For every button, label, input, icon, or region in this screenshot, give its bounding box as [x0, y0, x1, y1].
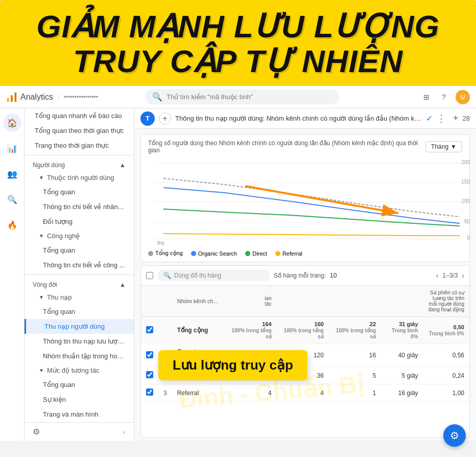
- grid-icon[interactable]: ⊞: [421, 92, 432, 103]
- avatar[interactable]: U: [456, 90, 470, 104]
- callout-box: Lưu lượng truy cập: [158, 350, 307, 380]
- nav-search-icon[interactable]: 🔍: [3, 190, 21, 209]
- left-panel: 🏠 📊 👥 🔍 🔥 Tổng quan nhanh về báo cáo Tổn…: [0, 108, 134, 441]
- legend-referral: Referral: [275, 250, 302, 257]
- row2-col5: 0,24: [423, 367, 469, 384]
- sidebar-user-attributes[interactable]: ▼ Thuộc tính người dùng: [25, 171, 134, 185]
- legend-direct: Direct: [245, 250, 267, 257]
- sidebar-eng-overview[interactable]: Tổng quan: [25, 377, 134, 392]
- search-bar[interactable]: 🔍: [145, 89, 339, 104]
- svg-text:150: 150: [461, 179, 470, 185]
- sidebar-nav-icons: 🏠 📊 👥 🔍 🔥: [0, 108, 25, 441]
- tab-new-icon[interactable]: +: [453, 113, 459, 124]
- settings-icon[interactable]: ⚙: [33, 427, 40, 437]
- tab-add-button[interactable]: +: [159, 112, 171, 125]
- chart-period-button[interactable]: Tháng ▼: [425, 141, 462, 152]
- svg-text:thg: thg: [157, 240, 164, 245]
- search-input[interactable]: [166, 93, 332, 101]
- sidebar-tech-details[interactable]: Thông tin chi tiết về công ...: [25, 258, 134, 272]
- analytics-logo: Analytics: [6, 92, 53, 103]
- row3-col1: 4: [225, 384, 277, 402]
- tab-circle: T: [140, 111, 155, 126]
- help-icon[interactable]: ?: [438, 92, 449, 103]
- sidebar-collapse-icon[interactable]: ‹: [123, 428, 126, 436]
- sidebar-section-users[interactable]: Người dùng ▲: [25, 157, 134, 171]
- row1-col5: 0,56: [423, 344, 469, 367]
- analytics-logo-icon: [6, 92, 17, 103]
- sidebar-acq-users[interactable]: Thu nạp người dùng: [25, 319, 134, 334]
- row2-checkbox[interactable]: [146, 371, 153, 378]
- table-pagination: ‹ 1–3/3 ›: [436, 271, 464, 280]
- tab-count: 28: [463, 115, 470, 122]
- data-table: Nhóm kênh ch... iantác Số phiên có sựtươ…: [141, 286, 469, 402]
- col-channel-header: Nhóm kênh ch...: [172, 286, 225, 317]
- main-layout: 🏠 📊 👥 🔍 🔥 Tổng quan nhanh về báo cáo Tổn…: [0, 108, 476, 441]
- banner: GIẢM MẠNH LƯU LƯỢNG TRUY CẬP TỰ NHIÊN: [0, 0, 476, 86]
- prev-page-button[interactable]: ‹: [436, 271, 439, 280]
- row1-checkbox[interactable]: [146, 351, 153, 358]
- sidebar-acq-groups[interactable]: Nhóm thuần tập trong hoạt...: [25, 349, 134, 363]
- sidebar-engagement[interactable]: ▼ Mức độ tương tác: [25, 363, 134, 377]
- fab-button[interactable]: ⚙: [443, 424, 466, 447]
- sidebar-acq-overview[interactable]: Tổng quan: [25, 304, 134, 319]
- sidebar-footer: ⚙ ‹: [25, 422, 134, 441]
- chart-svg: 200 150 100 50 0 thg: [148, 158, 475, 245]
- sidebar-eng-pages[interactable]: Trang và màn hình: [25, 407, 134, 422]
- sidebar-item-realtime-overview[interactable]: Tổng quan theo thời gian thực: [25, 123, 134, 138]
- sidebar-tech-overview[interactable]: Tổng quan: [25, 243, 134, 258]
- row1-col3: 16: [329, 344, 381, 367]
- sidebar-attr-details[interactable]: Thông tin chi tiết về nhân k...: [25, 199, 134, 214]
- table-select-all[interactable]: [146, 272, 153, 279]
- svg-text:50: 50: [464, 219, 470, 224]
- sidebar-tech[interactable]: ▼ Công nghệ: [25, 229, 134, 243]
- nav-chart-icon[interactable]: 📊: [3, 139, 21, 157]
- row-total-col1: 164100% trong tổng số: [225, 317, 277, 344]
- sidebar-acquisition[interactable]: ▼ Thu nạp: [25, 290, 134, 304]
- chart-panel: Tổng số người dùng theo Nhóm kênh chính …: [140, 134, 470, 262]
- nav-people-icon[interactable]: 👥: [3, 165, 21, 183]
- sidebar-eng-events[interactable]: Sự kiện: [25, 392, 134, 407]
- sidebar-section-lifecycle[interactable]: Vòng đời ▲: [25, 277, 134, 290]
- analytics-logo-text: Analytics: [20, 93, 53, 102]
- row3-checkbox[interactable]: [146, 389, 153, 396]
- row2-col3: 5: [329, 367, 381, 384]
- table-row: 3 Referral 4 4 1 16 giây 1,00: [141, 384, 469, 402]
- table-toolbar: 🔍 Dùng đồ thị hàng Số hàng mỗi trang: 10…: [141, 266, 469, 286]
- svg-rect-2: [15, 93, 17, 102]
- banner-line2: TRUY CẬP TỰ NHIÊN: [73, 43, 403, 79]
- nav-fire-icon[interactable]: 🔥: [3, 216, 21, 234]
- sidebar-attr-overview[interactable]: Tổng quan: [25, 185, 134, 199]
- legend-total-dot: [148, 251, 153, 256]
- sidebar-item-quick-report[interactable]: Tổng quan nhanh về báo cáo: [25, 108, 134, 123]
- legend-organic: Organic Search: [191, 250, 237, 257]
- row3-col4: 16 giây: [381, 384, 423, 402]
- rows-per-page-value: 10: [330, 272, 337, 279]
- tab-more-icon[interactable]: ⋮: [437, 113, 446, 124]
- table-search[interactable]: 🔍 Dùng đồ thị hàng: [157, 270, 270, 281]
- col-sessions-per-user-header: Số phiên có sựtương tác trênmỗi người dù…: [423, 286, 469, 317]
- analytics-account: ••••••••••••••••: [58, 94, 140, 101]
- row3-col3: 1: [329, 384, 381, 402]
- row-total-col5: 0,50Trung bình 0%: [423, 317, 469, 344]
- row-total-col4: 31 giâyTrung bình 0%: [381, 317, 423, 344]
- tab-bar: T + Thông tin thu nạp người dùng: Nhóm k…: [134, 108, 476, 129]
- row3-col5: 1,00: [423, 384, 469, 402]
- tab-title: Thông tin thu nạp người dùng: Nhóm kênh …: [175, 115, 422, 122]
- svg-rect-0: [7, 98, 9, 102]
- tab-check-icon: ✓: [426, 113, 433, 123]
- row-total-checkbox[interactable]: [146, 326, 153, 333]
- sidebar-acq-traffic[interactable]: Thông tin thu nạp lưu lượn...: [25, 334, 134, 349]
- col-sessions-header: [329, 286, 381, 317]
- legend-direct-dot: [245, 251, 250, 256]
- next-page-button[interactable]: ›: [462, 271, 464, 280]
- row3-rank: 3: [158, 384, 172, 402]
- banner-title: GIẢM MẠNH LƯU LƯỢNG TRUY CẬP TỰ NHIÊN: [10, 9, 466, 79]
- analytics-header: Analytics •••••••••••••••• 🔍 ⊞ ? U: [0, 86, 476, 108]
- rows-per-page-label: Số hàng mỗi trang:: [274, 272, 326, 279]
- row-total-col2: 160100% trong tổng số: [277, 317, 329, 344]
- sidebar-audience[interactable]: Đối tượng: [25, 214, 134, 229]
- nav-home-icon[interactable]: 🏠: [3, 113, 21, 132]
- row3-channel: Referral: [172, 384, 225, 402]
- chart-header: Tổng số người dùng theo Nhóm kênh chính …: [148, 140, 462, 154]
- sidebar-item-realtime-page[interactable]: Trang theo thời gian thực: [25, 138, 134, 153]
